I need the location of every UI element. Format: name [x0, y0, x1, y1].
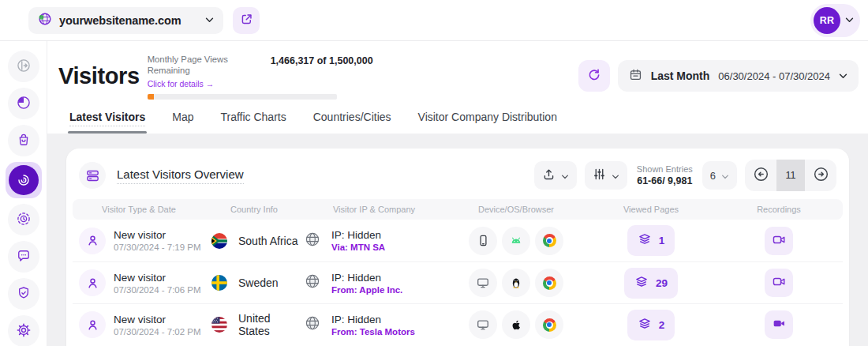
flag-sweden-icon: [211, 275, 227, 291]
quota-widget: Monthly Page Views Remaining Click for d…: [148, 54, 373, 100]
shield-check-icon: [16, 285, 32, 303]
card-title: Latest Visitors Overview: [117, 167, 244, 184]
site-name: yourwebsitename.com: [59, 14, 181, 27]
viewed-pages-count: 2: [659, 319, 665, 331]
chat-bubble-icon: [16, 248, 32, 266]
viewed-pages-badge[interactable]: 29: [624, 268, 678, 299]
viewed-pages-badge[interactable]: 2: [627, 310, 675, 340]
globe-icon: [305, 273, 320, 292]
tab-latest-visitors[interactable]: Latest Visitors: [69, 111, 145, 134]
page-size-select[interactable]: 6: [702, 161, 737, 190]
current-page: 11: [776, 160, 805, 191]
sidebar-item-privacy[interactable]: [8, 278, 39, 310]
viewed-pages-badge[interactable]: 1: [627, 225, 675, 256]
date-preset-label: Last Month: [651, 70, 710, 82]
expand-sidebar-icon: [16, 58, 32, 76]
quota-label: Monthly Page Views Remaining: [148, 54, 266, 76]
globe-icon: [305, 231, 320, 250]
sidebar-item-session-recordings[interactable]: [8, 204, 39, 235]
quota-progress-bar: [148, 94, 337, 100]
chevron-down-icon: [205, 17, 214, 23]
recording-button[interactable]: [765, 227, 793, 255]
chrome-icon: [535, 269, 563, 297]
prev-page-button[interactable]: [745, 160, 776, 191]
globe-favicon-icon: [38, 12, 52, 29]
sidebar-item-feedback[interactable]: [8, 241, 39, 273]
refresh-button[interactable]: [578, 60, 610, 92]
filter-sliders-icon: [593, 167, 606, 183]
visitor-person-icon: [79, 269, 106, 296]
linux-icon: [502, 269, 530, 297]
chevron-down-icon: [845, 17, 854, 23]
sidebar-item-expand[interactable]: [8, 51, 39, 82]
apple-icon: [502, 310, 530, 339]
page-header: Visitors Monthly Page Views Remaining Cl…: [47, 41, 868, 134]
shown-entries-value: 61-66/ 9,981: [637, 175, 693, 186]
tab-map[interactable]: Map: [172, 111, 193, 134]
next-page-button[interactable]: [805, 160, 836, 191]
sidebar-item-ecommerce[interactable]: [8, 125, 39, 156]
chevron-down-icon: [561, 170, 569, 182]
sidebar-item-visitors[interactable]: [6, 162, 42, 198]
chrome-icon: [535, 310, 563, 339]
open-website-button[interactable]: [233, 7, 260, 34]
column-header: Device/OS/Browser: [445, 205, 587, 214]
table-row: New visitor07/30/2024 - 7:02 PM United S…: [73, 303, 843, 345]
layers-icon: [638, 317, 652, 333]
visitor-type: New visitor: [114, 229, 201, 241]
tab-countries-cities[interactable]: Countries/Cities: [313, 111, 391, 134]
video-camera-filled-icon: [772, 316, 787, 333]
visitor-ip: IP: Hidden: [331, 272, 402, 284]
visitor-company: Via: MTN SA: [331, 243, 385, 252]
topbar: yourwebsitename.com RR: [0, 0, 868, 41]
video-camera-icon: [772, 232, 787, 250]
tab-traffic-charts[interactable]: Traffic Charts: [220, 111, 286, 134]
visitor-type: New visitor: [114, 314, 201, 325]
user-menu[interactable]: RR: [810, 4, 860, 37]
date-range-picker[interactable]: Last Month 06/30/2024 - 07/30/2024: [618, 60, 859, 92]
recording-button[interactable]: [765, 269, 793, 297]
table-row: New visitor07/30/2024 - 7:06 PM Sweden I…: [73, 261, 843, 303]
website-selector[interactable]: yourwebsitename.com: [28, 7, 223, 34]
android-icon: [502, 227, 530, 255]
main-content: Visitors Monthly Page Views Remaining Cl…: [47, 41, 868, 346]
tab-visitor-company-distribution[interactable]: Visitor Company Distribution: [418, 111, 557, 134]
sidebar: [0, 41, 47, 346]
visitor-type: New visitor: [114, 272, 201, 284]
export-button[interactable]: [534, 161, 577, 190]
arrow-left-circle-icon: [753, 166, 769, 185]
visitor-person-icon: [79, 311, 106, 338]
avatar: RR: [814, 7, 840, 34]
viewed-pages-count: 1: [659, 235, 665, 246]
visit-date: 07/30/2024 - 7:02 PM: [114, 327, 201, 337]
chevron-down-icon: [612, 170, 619, 182]
calendar-icon: [629, 68, 642, 85]
sidebar-item-dashboard[interactable]: [8, 88, 39, 119]
sidebar-item-settings[interactable]: [8, 315, 39, 346]
country-name: Sweden: [238, 276, 279, 289]
table-header: Visitor Type & Date Country Info Visitor…: [73, 199, 843, 220]
column-header: Viewed Pages: [587, 205, 715, 214]
column-filter-button[interactable]: [585, 161, 627, 190]
pagination: 11: [745, 160, 836, 191]
visit-date: 07/30/2024 - 7:19 PM: [114, 243, 201, 252]
flag-united-states-icon: [211, 317, 227, 333]
table-row: New visitor07/30/2024 - 7:19 PM South Af…: [73, 220, 843, 261]
country-name: United States: [238, 312, 303, 337]
export-upload-icon: [542, 167, 556, 183]
viewed-pages-count: 29: [656, 277, 668, 289]
shown-entries-label: Shown Entries: [637, 164, 693, 174]
recording-button[interactable]: [765, 310, 793, 339]
quota-details-link[interactable]: Click for details →: [148, 79, 215, 88]
content-area: Latest Visitors Overview Shown Entr: [47, 134, 868, 346]
visitor-company: From: Apple Inc.: [331, 285, 402, 295]
column-header: Visitor IP & Company: [303, 205, 445, 214]
visit-date: 07/30/2024 - 7:06 PM: [114, 285, 201, 295]
country-name: South Africa: [238, 235, 298, 247]
flag-south-africa-icon: [211, 233, 227, 249]
desktop-icon: [469, 269, 497, 297]
column-header: Recordings: [715, 205, 843, 214]
chrome-icon: [535, 227, 563, 255]
column-header: Visitor Type & Date: [73, 205, 205, 214]
layers-icon: [634, 275, 649, 291]
